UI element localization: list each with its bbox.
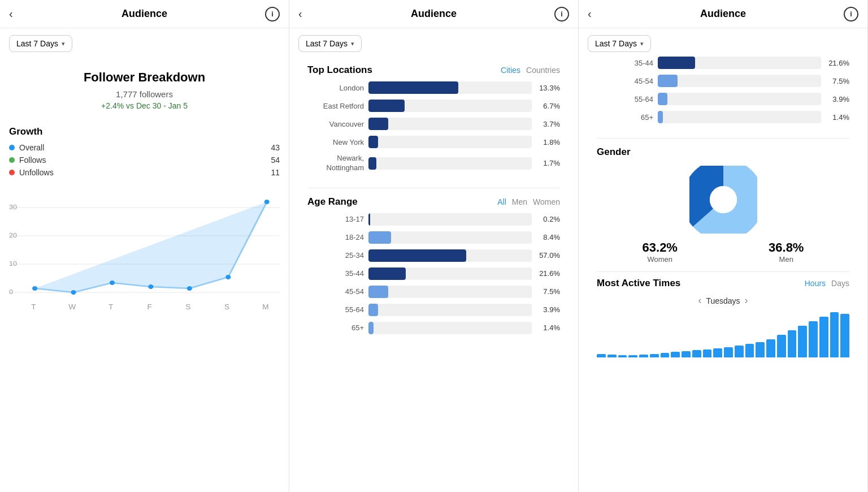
list-item: 35-44 21.6% — [597, 57, 849, 69]
most-active-section: Most Active Times Hours Days ‹ Tuesdays … — [588, 272, 858, 363]
date-dropdown-2[interactable]: Last 7 Days ▾ — [298, 35, 362, 52]
svg-point-10 — [71, 290, 76, 295]
list-item: 45-54 7.5% — [597, 75, 849, 87]
bar-fill — [368, 157, 376, 170]
info-button-1[interactable]: i — [265, 7, 280, 21]
date-dropdown-1[interactable]: Last 7 Days ▾ — [9, 35, 72, 52]
overall-dot — [9, 145, 15, 150]
next-day-button[interactable]: › — [745, 295, 748, 307]
list-item: New York 1.8% — [307, 136, 560, 148]
tab-women[interactable]: Women — [533, 197, 560, 206]
follower-count: 1,777 followers — [9, 89, 280, 99]
hour-bar — [597, 354, 606, 357]
panel-2-content: Top Locations Cities Countries London 13… — [289, 57, 578, 492]
svg-point-12 — [148, 284, 153, 289]
tab-days[interactable]: Days — [831, 279, 849, 288]
panel-1-content: Follower Breakdown 1,777 followers +2.4%… — [0, 57, 289, 492]
gender-labels: 63.2% Women 36.8% Men — [597, 240, 849, 264]
gender-section: Gender 63.2% Women — [588, 139, 858, 271]
list-item: 55-64 3.9% — [597, 93, 849, 105]
bar-pct: 13.3% — [536, 84, 560, 92]
hour-bar — [618, 355, 627, 357]
hour-bar — [607, 355, 617, 357]
bar-pct: 3.7% — [536, 120, 560, 128]
pie-svg — [689, 166, 757, 234]
panel-3: ‹ Audience i Last 7 Days ▾ 35-44 21.6% 4… — [579, 0, 868, 492]
top-locations-title: Top Locations — [307, 64, 372, 76]
hour-bar — [639, 355, 648, 357]
tab-cities[interactable]: Cities — [501, 66, 520, 75]
bar-track — [368, 118, 532, 130]
bar-label-london: London — [307, 84, 364, 92]
info-button-2[interactable]: i — [554, 7, 569, 21]
svg-text:S: S — [185, 303, 190, 311]
age-bar-list: 13-17 0.2% 18-24 8.4% 25-34 57.0% — [298, 213, 569, 349]
women-pct: 63.2% — [643, 240, 678, 255]
bar-fill — [368, 118, 388, 130]
most-active-header: Most Active Times Hours Days — [597, 278, 849, 289]
list-item: 35-44 21.6% — [307, 267, 560, 280]
list-item: 65+ 1.4% — [597, 111, 849, 123]
unfollows-dot — [9, 170, 15, 175]
header-title-3: Audience — [700, 8, 746, 20]
svg-text:T: T — [31, 303, 36, 311]
growth-section: Growth Overall 43 Follows 54 Unfollows — [9, 122, 280, 185]
back-button-3[interactable]: ‹ — [588, 7, 592, 20]
follows-dot — [9, 157, 15, 163]
age-bar-list-partial: 35-44 21.6% 45-54 7.5% 55-64 3.9% — [588, 57, 858, 138]
svg-point-25 — [710, 186, 737, 213]
back-button-1[interactable]: ‹ — [9, 7, 13, 20]
follows-label: Follows — [19, 156, 46, 165]
bar-label-east-retford: East Retford — [307, 102, 364, 110]
bar-fill — [368, 100, 405, 112]
header-title-2: Audience — [411, 8, 457, 20]
hour-bar — [724, 347, 733, 357]
list-item: 13-17 0.2% — [307, 213, 560, 226]
gender-chart: 63.2% Women 36.8% Men — [597, 166, 849, 264]
follower-change: +2.4% vs Dec 30 - Jan 5 — [9, 101, 280, 110]
back-button-2[interactable]: ‹ — [298, 7, 302, 20]
svg-point-11 — [110, 280, 115, 285]
svg-marker-8 — [35, 202, 267, 292]
list-item: East Retford 6.7% — [307, 100, 560, 112]
svg-text:T: T — [108, 303, 114, 311]
age-range-header: Age Range All Men Women — [298, 188, 569, 213]
chevron-down-icon-3: ▾ — [640, 40, 644, 48]
hour-bar — [735, 346, 744, 357]
men-pct: 36.8% — [769, 240, 804, 255]
svg-point-9 — [32, 286, 37, 291]
legend-unfollows: Unfollows 11 — [9, 168, 280, 177]
hour-bar — [840, 314, 849, 357]
chevron-down-icon: ▾ — [62, 40, 65, 48]
bar-track — [368, 100, 532, 112]
svg-text:30: 30 — [9, 204, 17, 210]
date-dropdown-3[interactable]: Last 7 Days ▾ — [588, 35, 651, 52]
panel-2: ‹ Audience i Last 7 Days ▾ Top Locations… — [289, 0, 579, 492]
hour-bar — [745, 344, 754, 357]
follower-breakdown-title: Follower Breakdown — [9, 70, 280, 85]
tab-hours[interactable]: Hours — [805, 279, 826, 288]
hour-bar — [703, 349, 712, 357]
tab-countries[interactable]: Countries — [526, 66, 560, 75]
follows-value: 54 — [271, 156, 280, 165]
info-button-3[interactable]: i — [844, 7, 858, 21]
locations-bar-list: London 13.3% East Retford 6.7% Vancouver… — [298, 81, 569, 188]
bar-pct: 1.8% — [536, 138, 560, 146]
day-nav: ‹ Tuesdays › — [597, 295, 849, 307]
overall-value: 43 — [271, 143, 280, 152]
day-label: Tuesdays — [706, 296, 740, 305]
bar-label-newark: Newark,Nottingham — [307, 154, 364, 173]
svg-text:W: W — [68, 303, 76, 311]
tab-men[interactable]: Men — [512, 197, 527, 206]
tab-all[interactable]: All — [497, 197, 506, 206]
svg-text:F: F — [147, 303, 152, 311]
age-tabs: All Men Women — [497, 197, 560, 206]
list-item: 18-24 8.4% — [307, 231, 560, 244]
time-tabs: Hours Days — [805, 279, 849, 288]
bar-track — [368, 81, 532, 94]
follower-breakdown: Follower Breakdown 1,777 followers +2.4%… — [9, 57, 280, 122]
prev-day-button[interactable]: ‹ — [698, 295, 701, 307]
hour-bar — [777, 335, 786, 357]
hour-bar — [830, 312, 839, 357]
unfollows-label: Unfollows — [19, 168, 54, 177]
